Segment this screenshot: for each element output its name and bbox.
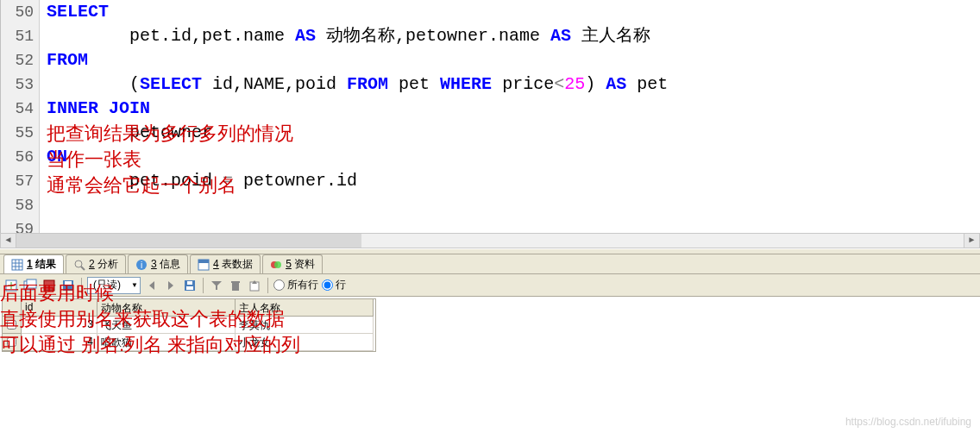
svg-rect-10 [198, 260, 209, 263]
chart-icon [270, 259, 282, 271]
line-number: 53 [1, 72, 34, 97]
line-number: 50 [1, 0, 34, 24]
tab-result[interactable]: 1 结果 [3, 254, 64, 273]
svg-rect-0 [12, 260, 22, 270]
search-icon [73, 259, 85, 271]
code-content[interactable]: SELECT pet.id,pet.name AS 动物名称,petowner.… [40, 0, 980, 233]
line-number: 56 [1, 145, 34, 169]
annotation-line: 当作一张表 [47, 147, 293, 173]
svg-point-12 [274, 261, 281, 268]
tab-docs[interactable]: 5 资料 [262, 254, 323, 273]
result-tabs: 1 结果 2 分析 i 3 信息 4 表数据 5 资料 [0, 254, 980, 274]
grid-icon [11, 259, 23, 271]
code-editor: 50 51 52 53 54 55 56 57 58 59 SELECT pet… [0, 0, 980, 233]
sql-keyword: SELECT [47, 2, 109, 22]
watermark: https://blog.csdn.net/ifubing [845, 416, 971, 428]
annotation-line: 通常会给它起一个别名 [47, 173, 293, 198]
svg-text:i: i [141, 260, 142, 270]
annotation-line: 后面要用时候 [0, 280, 300, 306]
radio-row[interactable]: 行 [322, 278, 346, 292]
annotation-line: 直接使用别名来获取这个表的数据 [0, 306, 300, 332]
annotation-overlay: 把查询结果为多行多列的情况 当作一张表 通常会给它起一个别名 [47, 121, 293, 198]
annotation-line: 把查询结果为多行多列的情况 [47, 121, 293, 147]
horizontal-scrollbar[interactable]: ◄ ► [0, 233, 980, 248]
tab-tabledata[interactable]: 4 表数据 [190, 254, 261, 273]
table-icon [198, 259, 210, 271]
svg-point-5 [75, 260, 82, 267]
line-gutter: 50 51 52 53 54 55 56 57 58 59 [1, 0, 40, 233]
annotation-overlay: 后面要用时候 直接使用别名来获取这个表的数据 可以通过 别名.列名 来指向对应的… [0, 280, 300, 358]
line-number: 57 [1, 169, 34, 193]
tab-info[interactable]: i 3 信息 [128, 254, 188, 273]
tab-analyze[interactable]: 2 分析 [66, 254, 126, 273]
svg-line-6 [81, 267, 85, 270]
line-number: 54 [1, 97, 34, 121]
annotation-line: 可以通过 别名.列名 来指向对应的列 [0, 332, 300, 358]
line-number: 55 [1, 121, 34, 145]
line-number: 52 [1, 48, 34, 72]
line-number: 58 [1, 193, 34, 217]
scroll-thumb[interactable] [16, 234, 361, 248]
scroll-left-arrow[interactable]: ◄ [1, 234, 16, 248]
scroll-right-arrow[interactable]: ► [964, 234, 979, 248]
info-icon: i [135, 259, 148, 271]
line-number: 51 [1, 24, 34, 48]
